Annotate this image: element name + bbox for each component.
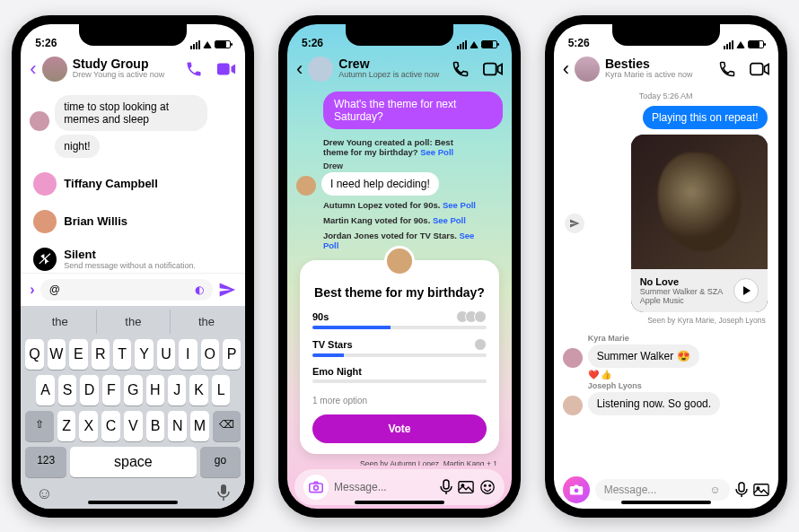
sender-avatar[interactable]	[30, 111, 49, 131]
numbers-key[interactable]: 123	[25, 447, 66, 477]
key-s[interactable]: S	[58, 375, 76, 406]
key-d[interactable]: D	[80, 375, 98, 406]
suggestion[interactable]: the	[23, 310, 97, 334]
sender-avatar[interactable]	[563, 348, 583, 368]
mic-icon[interactable]	[440, 479, 452, 495]
home-indicator[interactable]	[355, 501, 444, 504]
message-bubble[interactable]: night!	[55, 135, 99, 158]
chat-avatar[interactable]	[575, 57, 600, 82]
key-z[interactable]: Z	[57, 411, 76, 441]
see-poll-link[interactable]: See Poll	[443, 200, 476, 210]
call-icon[interactable]	[717, 59, 737, 79]
key-j[interactable]: J	[168, 375, 186, 406]
video-icon[interactable]	[216, 59, 236, 79]
message-bubble[interactable]: Listening now. So good.	[588, 392, 720, 415]
key-u[interactable]: U	[157, 339, 175, 370]
backspace-key[interactable]: ⌫	[213, 411, 241, 441]
message-input[interactable]: Message... ☺	[595, 479, 730, 501]
space-key[interactable]: space	[70, 447, 197, 477]
back-icon[interactable]: ‹	[296, 57, 303, 81]
home-indicator[interactable]	[88, 501, 178, 504]
message-input[interactable]: @ ◐	[40, 279, 214, 301]
poll-option-label: 90s	[312, 311, 329, 322]
key-e[interactable]: E	[69, 339, 87, 370]
chat-title-block[interactable]: Crew Autumn Lopez is active now	[338, 57, 439, 80]
message-bubble[interactable]: time to stop looking at memes and sleep	[55, 95, 207, 131]
message-bubble[interactable]: I need help deciding!	[321, 172, 439, 196]
key-c[interactable]: C	[101, 411, 120, 441]
key-o[interactable]: O	[201, 339, 219, 370]
call-icon[interactable]	[451, 59, 470, 79]
key-y[interactable]: Y	[135, 339, 153, 370]
dictate-key[interactable]	[217, 484, 230, 503]
video-icon[interactable]	[483, 59, 503, 79]
play-button[interactable]	[733, 278, 759, 303]
see-poll-link[interactable]: See Poll	[420, 147, 453, 157]
poll-more[interactable]: 1 more option	[312, 392, 487, 409]
sender-avatar[interactable]	[563, 396, 583, 415]
call-icon[interactable]	[184, 59, 204, 79]
poll-option[interactable]: TV Stars	[312, 338, 487, 357]
phone-mention: 5:26 ‹ Study Group Drew Young is active …	[12, 15, 254, 518]
expand-icon[interactable]: ›	[30, 282, 34, 298]
back-icon[interactable]: ‹	[563, 57, 569, 81]
suggestion[interactable]: the	[171, 310, 243, 334]
key-t[interactable]: T	[113, 339, 131, 370]
chat-avatar[interactable]	[308, 57, 333, 82]
mic-icon[interactable]	[735, 482, 748, 498]
message-bubble-self[interactable]: Playing this on repeat!	[643, 106, 768, 129]
sender-name: Kyra Marie	[554, 332, 778, 343]
go-key[interactable]: go	[200, 447, 241, 477]
chat-avatar[interactable]	[42, 57, 67, 82]
key-b[interactable]: B	[146, 411, 165, 441]
back-icon[interactable]: ‹	[30, 57, 36, 81]
key-k[interactable]: K	[189, 375, 207, 406]
key-m[interactable]: M	[190, 411, 209, 441]
gallery-icon[interactable]	[753, 483, 769, 497]
poll-card[interactable]: Best theme for my birthday? 90sTV StarsE…	[300, 260, 499, 454]
sender-avatar[interactable]	[296, 176, 316, 196]
reactions[interactable]: ❤️ 👍	[554, 370, 778, 379]
see-poll-link[interactable]: See Poll	[433, 215, 466, 225]
mention-option[interactable]: Tiffany Campbell	[21, 165, 245, 203]
poll-option[interactable]: 90s	[312, 310, 487, 329]
key-n[interactable]: N	[168, 411, 187, 441]
camera-button[interactable]	[303, 475, 329, 500]
message-input[interactable]: Message...	[334, 481, 435, 493]
sticker-icon[interactable]: ☺	[709, 484, 720, 496]
key-p[interactable]: P	[223, 339, 241, 370]
key-v[interactable]: V	[124, 411, 143, 441]
key-w[interactable]: W	[48, 339, 66, 370]
key-a[interactable]: A	[36, 375, 54, 406]
system-event: Martin Kang voted for 90s. See Poll	[287, 213, 512, 228]
key-i[interactable]: I	[179, 339, 197, 370]
video-icon[interactable]	[750, 59, 769, 79]
sticker-icon[interactable]: ◐	[195, 283, 204, 296]
key-x[interactable]: X	[79, 411, 98, 441]
camera-button[interactable]	[563, 476, 590, 503]
message-bubble-self[interactable]: What's the theme for next Saturday?	[323, 92, 503, 129]
mention-option-silent[interactable]: Silent Send message without a notificati…	[21, 240, 245, 273]
home-indicator[interactable]	[621, 501, 711, 504]
emoji-key[interactable]: ☺	[36, 484, 52, 503]
key-q[interactable]: Q	[25, 339, 43, 370]
svg-point-10	[489, 484, 491, 486]
share-icon[interactable]	[565, 214, 584, 233]
send-icon[interactable]	[218, 281, 236, 299]
chat-title-block[interactable]: Besties Kyra Marie is active now	[605, 57, 693, 80]
message-bubble[interactable]: Summer Walker 😍	[588, 344, 699, 368]
poll-option[interactable]: Emo Night	[312, 366, 487, 383]
vote-button[interactable]: Vote	[312, 414, 487, 443]
suggestion[interactable]: the	[97, 310, 171, 334]
key-l[interactable]: L	[212, 375, 230, 406]
key-f[interactable]: F	[102, 375, 120, 406]
chat-title-block[interactable]: Study Group Drew Young is active now	[73, 57, 165, 80]
mention-option[interactable]: Brian Willis	[21, 203, 245, 240]
music-attachment[interactable]: No Love Summer Walker & SZA Apple Music	[631, 135, 768, 312]
shift-key[interactable]: ⇧	[25, 411, 53, 441]
gallery-icon[interactable]	[458, 480, 474, 494]
sticker-icon[interactable]	[479, 479, 496, 495]
key-r[interactable]: R	[92, 339, 110, 370]
key-h[interactable]: H	[146, 375, 164, 406]
key-g[interactable]: G	[124, 375, 142, 406]
